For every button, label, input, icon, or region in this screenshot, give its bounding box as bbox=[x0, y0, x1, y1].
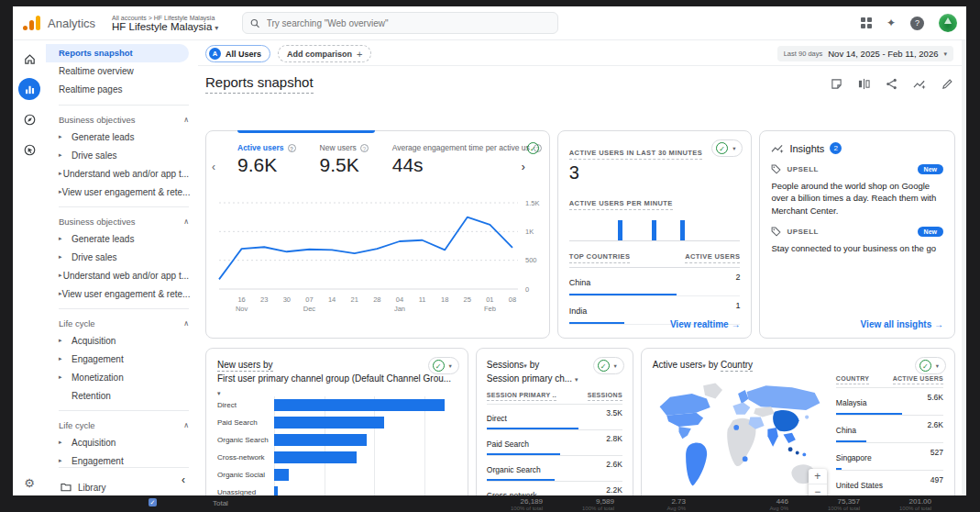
sessions-value: 2.2K bbox=[606, 485, 622, 495]
sidebar-item-reports-snapshot[interactable]: Reports snapshot bbox=[46, 44, 189, 62]
map-dimension[interactable]: Country bbox=[721, 360, 753, 372]
gemini-sparkle-icon[interactable]: ✦ bbox=[886, 17, 896, 28]
country-row-china[interactable]: China2.6K bbox=[836, 415, 943, 442]
svg-text:Feb: Feb bbox=[484, 305, 496, 313]
world-map-svg bbox=[653, 375, 827, 495]
metric-label: Average engagement time per active us? bbox=[392, 143, 542, 152]
view-all-insights-link[interactable]: View all insights → bbox=[861, 319, 943, 329]
sidebar-item-label: Engagement bbox=[72, 354, 124, 364]
per-minute-bar bbox=[680, 220, 685, 240]
reports-icon[interactable] bbox=[18, 78, 40, 100]
collapse-sidenav-icon[interactable]: ‹ bbox=[182, 473, 185, 486]
bar-track bbox=[274, 466, 455, 484]
country-row-united-states[interactable]: United States497 bbox=[836, 470, 943, 495]
insights-icon[interactable] bbox=[913, 78, 926, 90]
search-bar[interactable] bbox=[242, 12, 558, 34]
apps-grid-icon[interactable] bbox=[861, 17, 872, 28]
sessions-col2-header: SESSIONS bbox=[588, 392, 622, 401]
all-users-segment-chip[interactable]: A All Users bbox=[205, 45, 270, 62]
map-metric-selector[interactable]: Active users▾ bbox=[653, 360, 706, 370]
sidebar-item-acquisition[interactable]: ▸Acquisition bbox=[59, 331, 189, 350]
insight-item[interactable]: UPSELLNewPeople around the world shop on… bbox=[760, 154, 954, 217]
active-users-col-header: ACTIVE USERS bbox=[893, 375, 943, 384]
active-users-value: 2.6K bbox=[928, 420, 944, 429]
realtime-value: 3 bbox=[569, 162, 741, 184]
explore-icon[interactable] bbox=[18, 108, 40, 130]
home-icon[interactable] bbox=[18, 48, 40, 70]
country-row-malaysia[interactable]: Malaysia5.6K bbox=[836, 387, 943, 415]
zoom-in-button[interactable]: + bbox=[809, 469, 827, 484]
bar-track bbox=[274, 396, 455, 414]
search-icon bbox=[250, 18, 259, 28]
search-input[interactable] bbox=[267, 18, 551, 28]
property-selector[interactable]: All accounts > HF Lifestyle Malaysia HF … bbox=[112, 15, 218, 32]
edit-pencil-icon[interactable] bbox=[941, 78, 953, 90]
data-quality-check-icon[interactable]: ✓ bbox=[527, 142, 539, 154]
sidebar-item-realtime-pages[interactable]: Realtime pages bbox=[46, 81, 198, 99]
channel-name: Organic Search bbox=[487, 465, 541, 474]
metric-label: New users? bbox=[320, 143, 369, 152]
sessions-dimension-selector[interactable]: Session primary ch... ▾ bbox=[487, 373, 578, 384]
bar-category-label: Organic Search bbox=[217, 436, 274, 444]
svg-text:1K: 1K bbox=[525, 228, 534, 236]
bar-track bbox=[274, 414, 455, 431]
country-name: India bbox=[569, 306, 588, 316]
sidebar-item-retention[interactable]: Retention bbox=[59, 386, 189, 405]
svg-text:16: 16 bbox=[237, 295, 245, 304]
sidebar-item-generate-leads[interactable]: ▸Generate leads bbox=[59, 128, 189, 146]
scrollbar[interactable] bbox=[962, 40, 966, 495]
session-row-organic-search[interactable]: Organic Search2.6K bbox=[487, 455, 622, 481]
new-users-dimension-selector[interactable]: First user primary channel group (Defaul… bbox=[217, 373, 451, 397]
section-title[interactable]: Business objectives∧ bbox=[59, 213, 189, 229]
session-row-paid-search[interactable]: Paid Search2.8K bbox=[487, 429, 622, 455]
sessions-metric-selector[interactable]: Sessions▾ bbox=[487, 360, 527, 370]
data-quality-dropdown[interactable]: ✓▾ bbox=[428, 357, 459, 374]
session-row-direct[interactable]: Direct3.5K bbox=[487, 404, 622, 429]
feedback-note-icon[interactable] bbox=[831, 78, 842, 90]
active-users-by-country-card: ✓▾ Active users▾ by Country bbox=[641, 348, 955, 495]
section-title[interactable]: Life cycle∧ bbox=[59, 315, 189, 331]
sidebar-item-library[interactable]: Library bbox=[46, 477, 198, 495]
chevron-up-icon: ∧ bbox=[183, 116, 189, 124]
sidebar-item-understand-web-and-or-app-t-[interactable]: ▸Understand web and/or app t... bbox=[59, 266, 189, 284]
sidebar-item-generate-leads[interactable]: ▸Generate leads bbox=[59, 229, 189, 248]
data-quality-dropdown[interactable]: ✓▾ bbox=[915, 357, 946, 374]
sidenav-section: Life cycle∧▸Acquisition▸Engagement bbox=[59, 410, 189, 470]
metric-tab-active-users[interactable]: Active users?9.6K bbox=[237, 143, 296, 176]
sidebar-item-drive-sales[interactable]: ▸Drive sales bbox=[59, 146, 189, 164]
carousel-prev-icon[interactable]: ‹ bbox=[212, 161, 215, 173]
sidebar-item-view-user-engagement-rete-[interactable]: ▸View user engagement & rete... bbox=[59, 284, 189, 303]
date-range-picker[interactable]: Last 90 days Nov 14, 2025 - Feb 11, 2026… bbox=[777, 46, 953, 61]
section-title[interactable]: Life cycle∧ bbox=[59, 417, 189, 433]
sidebar-item-engagement[interactable]: ▸Engagement bbox=[59, 350, 189, 368]
sidebar-item-view-user-engagement-rete-[interactable]: ▸View user engagement & rete... bbox=[59, 183, 189, 201]
user-avatar[interactable] bbox=[939, 14, 957, 32]
sidebar-item-understand-web-and-or-app-t-[interactable]: ▸Understand web and/or app t... bbox=[59, 164, 189, 183]
zoom-out-button[interactable]: − bbox=[809, 484, 827, 495]
view-realtime-link[interactable]: View realtime → bbox=[670, 319, 741, 329]
admin-gear-icon[interactable]: ⚙ bbox=[24, 476, 35, 490]
help-icon[interactable]: ? bbox=[910, 17, 924, 30]
check-icon: ✓ bbox=[433, 360, 445, 372]
sidebar-item-monetization[interactable]: ▸Monetization bbox=[59, 368, 189, 386]
tag-icon bbox=[771, 227, 781, 237]
sessions-rows: Direct3.5KPaid Search2.8KOrganic Search2… bbox=[487, 404, 622, 495]
section-title[interactable]: Business objectives∧ bbox=[59, 111, 189, 128]
sidebar-item-acquisition[interactable]: ▸Acquisition bbox=[59, 433, 189, 451]
share-icon[interactable] bbox=[886, 78, 897, 90]
sidebar-item-drive-sales[interactable]: ▸Drive sales bbox=[59, 248, 189, 266]
data-quality-dropdown[interactable]: ✓▾ bbox=[711, 139, 743, 157]
world-map[interactable]: + − Map Data ©2026Terms bbox=[653, 375, 827, 495]
metric-tab-new-users[interactable]: New users?9.5K bbox=[320, 143, 369, 176]
session-row-cross-network[interactable]: Cross-network2.2K bbox=[487, 481, 622, 495]
comparison-icon[interactable] bbox=[858, 78, 870, 90]
country-row-singapore[interactable]: Singapore527 bbox=[836, 442, 943, 470]
data-quality-dropdown[interactable]: ✓▾ bbox=[593, 357, 624, 374]
insight-item[interactable]: UPSELLNewStay connected to your business… bbox=[760, 217, 954, 254]
sidebar-item-realtime-overview[interactable]: Realtime overview bbox=[46, 62, 198, 81]
metric-tab-average-engagement-time-per-active-us[interactable]: Average engagement time per active us?44… bbox=[392, 143, 542, 176]
realtime-country-row[interactable]: China2 bbox=[569, 268, 741, 296]
add-comparison-button[interactable]: Add comparison + bbox=[278, 45, 371, 62]
carousel-next-icon[interactable]: › bbox=[522, 161, 525, 173]
advertising-icon[interactable] bbox=[18, 139, 40, 161]
